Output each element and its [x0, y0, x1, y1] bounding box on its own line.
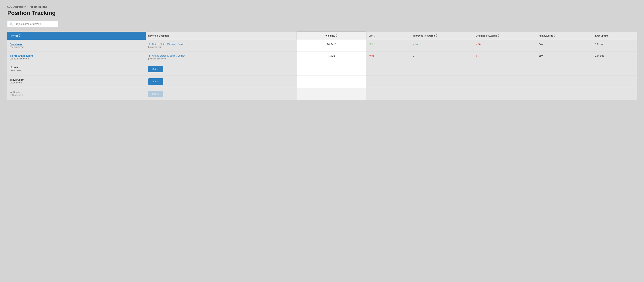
search-input[interactable]: [14, 23, 56, 26]
cell-diff-sellhack: [366, 88, 410, 100]
breadcrumb-parent: SEO Optimization: [7, 6, 26, 8]
setup-button-okdork[interactable]: Set up: [148, 66, 163, 72]
sort-icon-project: ▲▼: [18, 34, 20, 38]
cell-improved-backlinko: ↑ 49: [410, 40, 473, 51]
cell-project-okdork: okdorkokdork.com: [7, 63, 146, 75]
th-diff[interactable]: Diff ▲▼: [366, 32, 410, 40]
cell-last-pointblankseo: 18h ago: [593, 51, 637, 63]
cell-project-backlinko: Backlinkobacklinko.com: [7, 40, 146, 51]
project-domain-proven: proven.com: [10, 81, 22, 84]
device-sub-backlinko: backlinko.com: [148, 46, 294, 48]
sort-icon-improved: ▲▼: [436, 34, 437, 38]
all-value-backlinko: 244: [538, 43, 543, 45]
cell-improved-okdork: [410, 63, 473, 75]
project-name-okdork: okdork: [10, 66, 143, 69]
project-link-backlinko[interactable]: Backlinko: [10, 43, 143, 46]
cell-improved-sellhack: [410, 88, 473, 100]
sort-icon-visibility: ▲▼: [336, 34, 338, 38]
sort-icon-diff: ▲▼: [373, 34, 375, 38]
project-domain-pointblankseo: pointblankseo.com: [10, 57, 29, 60]
cell-device-okdork: Set up: [146, 63, 297, 75]
cell-project-proven: proven.comproven.com: [7, 75, 146, 88]
cell-all-backlinko: 244: [536, 40, 593, 51]
device-icon-pointblankseo: 🖥: [148, 54, 151, 57]
cell-visibility-sellhack: [297, 88, 366, 100]
cell-improved-proven: [410, 75, 473, 88]
cell-diff-pointblankseo: -0.05: [366, 51, 410, 63]
project-domain-okdork: okdork.com: [10, 69, 22, 72]
cell-device-pointblankseo: 🖥United States (Google), Englishpointbla…: [146, 51, 297, 63]
improved-value-pointblankseo: 0: [413, 54, 414, 57]
th-improved[interactable]: Improved keywords ▲▼: [410, 32, 473, 40]
arrow-down-icon: ↓: [476, 54, 477, 58]
sort-icon-declined: ▲▼: [498, 34, 500, 38]
cell-project-pointblankseo: pointblankseo.compointblankseo.com: [7, 51, 146, 63]
page-title: Position Tracking: [7, 10, 637, 16]
cell-project-sellhack: sellhacksellhack.com: [7, 88, 146, 100]
cell-declined-pointblankseo: ↓ 5: [473, 51, 536, 63]
setup-button-sellhack: Set up: [148, 91, 163, 97]
cell-declined-sellhack: [473, 88, 536, 100]
th-device[interactable]: Device & Location: [146, 32, 297, 40]
sort-icon-last: ▲▼: [609, 34, 611, 38]
cell-visibility-okdork: [297, 63, 366, 75]
cell-all-pointblankseo: 150: [536, 51, 593, 63]
table-row: proven.comproven.comSet up: [7, 75, 637, 88]
cell-last-proven: [593, 75, 637, 88]
cell-declined-okdork: [473, 63, 536, 75]
project-domain-backlinko: backlinko.com: [10, 46, 24, 48]
th-all[interactable]: All keywords ▲▼: [536, 32, 593, 40]
device-link-backlinko[interactable]: United States (Google), English: [152, 43, 185, 45]
table-row: okdorkokdork.comSet up: [7, 63, 637, 75]
th-visibility[interactable]: Visibility ▲▼: [297, 32, 366, 40]
breadcrumb-separator: ›: [27, 6, 28, 8]
table-row: pointblankseo.compointblankseo.com🖥Unite…: [7, 51, 637, 63]
declined-value-pointblankseo: ↓ 5: [476, 54, 534, 58]
cell-improved-pointblankseo: 0: [410, 51, 473, 63]
projects-table: Project ▲▼ Device & Location Visibility …: [7, 32, 637, 100]
declined-value-backlinko: ↓ 48: [476, 43, 534, 46]
th-last[interactable]: Last update ▲▼: [593, 32, 637, 40]
search-box: 🔍: [7, 21, 58, 27]
breadcrumb-current: Position Tracking: [29, 6, 47, 8]
breadcrumb: SEO Optimization › Position Tracking: [7, 6, 637, 8]
cell-last-okdork: [593, 63, 637, 75]
device-sub-pointblankseo: pointblankseo.com: [148, 57, 294, 60]
th-declined[interactable]: Declined keywords ▲▼: [473, 32, 536, 40]
table-row: sellhacksellhack.comSet up: [7, 88, 637, 100]
cell-last-backlinko: 19h ago: [593, 40, 637, 51]
cell-diff-proven: [366, 75, 410, 88]
cell-all-sellhack: [536, 88, 593, 100]
search-wrapper: 🔍: [7, 21, 637, 27]
arrow-down-icon: ↓: [476, 43, 477, 46]
search-icon: 🔍: [10, 22, 13, 26]
cell-device-proven: Set up: [146, 75, 297, 88]
project-domain-sellhack: sellhack.com: [10, 94, 23, 96]
cell-device-backlinko: 🖥United States (Google), Englishbacklink…: [146, 40, 297, 51]
project-name-sellhack: sellhack: [10, 91, 143, 94]
improved-value-backlinko: ↑ 49: [413, 43, 470, 46]
table-header-row: Project ▲▼ Device & Location Visibility …: [7, 32, 637, 40]
last-update-pointblankseo: 18h ago: [595, 54, 604, 57]
cell-all-proven: [536, 75, 593, 88]
visibility-value-backlinko: 20.34%: [327, 43, 336, 46]
cell-declined-backlinko: ↓ 48: [473, 40, 536, 51]
sort-icon-all: ▲▼: [554, 34, 556, 38]
cell-visibility-backlinko: 20.34%: [297, 40, 366, 51]
project-name-proven: proven.com: [10, 78, 143, 81]
table-container: Project ▲▼ Device & Location Visibility …: [7, 32, 637, 100]
diff-value-pointblankseo: -0.05: [368, 54, 374, 57]
th-project[interactable]: Project ▲▼: [7, 32, 146, 40]
cell-diff-backlinko: +0.7: [366, 40, 410, 51]
cell-diff-okdork: [366, 63, 410, 75]
device-icon-backlinko: 🖥: [148, 43, 151, 45]
cell-device-sellhack: Set up: [146, 88, 297, 100]
device-link-pointblankseo[interactable]: United States (Google), English: [152, 54, 185, 57]
last-update-backlinko: 19h ago: [595, 43, 604, 45]
setup-button-proven[interactable]: Set up: [148, 78, 163, 85]
table-row: Backlinkobacklinko.com🖥United States (Go…: [7, 40, 637, 51]
project-link-pointblankseo[interactable]: pointblankseo.com: [10, 54, 143, 57]
cell-visibility-proven: [297, 75, 366, 88]
cell-declined-proven: [473, 75, 536, 88]
all-value-pointblankseo: 150: [538, 54, 543, 57]
